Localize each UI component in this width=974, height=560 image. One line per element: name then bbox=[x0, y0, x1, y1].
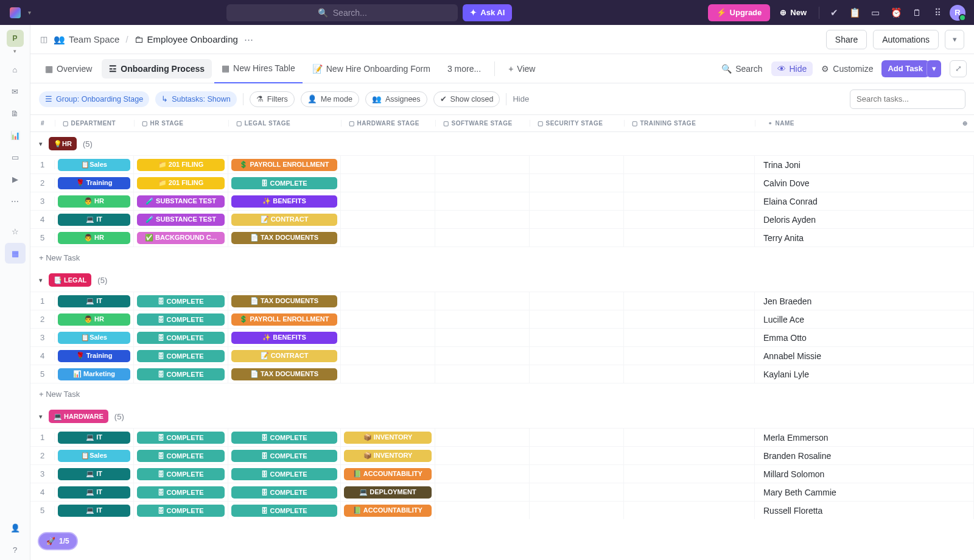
alarm-icon[interactable]: ⏰ bbox=[888, 4, 905, 21]
new-button[interactable]: ⊕ New bbox=[774, 4, 813, 21]
user-avatar[interactable]: R bbox=[950, 5, 965, 21]
plus-circle-icon: ⊕ bbox=[780, 8, 787, 17]
ask-ai-button[interactable]: ✦ Ask AI bbox=[463, 4, 512, 21]
app-logo[interactable] bbox=[0, 7, 30, 18]
bolt-icon: ⚡ bbox=[716, 8, 726, 17]
global-search[interactable]: 🔍 Search... bbox=[226, 4, 458, 21]
check-circle-icon[interactable]: ✔ bbox=[825, 4, 843, 21]
clipboard-icon[interactable]: 📋 bbox=[846, 4, 863, 21]
note-icon[interactable]: 🗒 bbox=[908, 4, 925, 21]
upgrade-button[interactable]: ⚡ Upgrade bbox=[708, 4, 771, 21]
search-icon: 🔍 bbox=[318, 8, 328, 18]
logo-chevron-icon[interactable]: ▾ bbox=[28, 9, 31, 16]
top-bar: ▾ 🔍 Search... ✦ Ask AI ⚡ Upgrade ⊕ New ✔… bbox=[0, 0, 974, 25]
video-icon[interactable]: ▭ bbox=[867, 4, 884, 21]
search-placeholder: Search... bbox=[333, 8, 367, 18]
apps-grid-icon[interactable]: ⠿ bbox=[929, 4, 946, 21]
sparkle-icon: ✦ bbox=[470, 8, 477, 17]
